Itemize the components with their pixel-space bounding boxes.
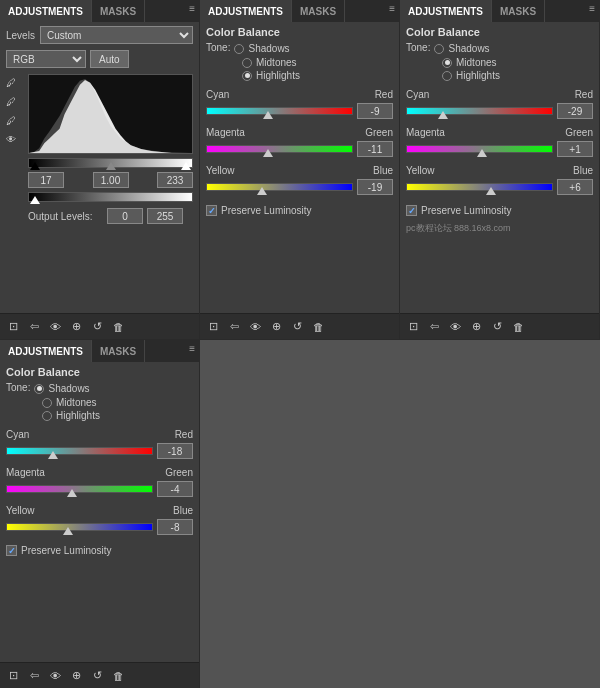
radio-midtones-bottom[interactable] bbox=[42, 398, 52, 408]
cb-right-tone-section: Tone: Shadows Midtones Highlights bbox=[400, 40, 599, 87]
radio-midtones-mid[interactable] bbox=[242, 58, 252, 68]
visibility-icon[interactable]: 👁 bbox=[46, 318, 64, 336]
radio-shadows-right[interactable] bbox=[434, 44, 444, 54]
yellow-blue-thumb-mid[interactable] bbox=[257, 187, 267, 195]
tone-row-midtones-right: Midtones bbox=[442, 57, 593, 68]
radio-label-shadows-right: Shadows bbox=[448, 43, 489, 54]
cb-bottom-preserve-lum: ✓ Preserve Luminosity bbox=[0, 541, 199, 560]
tab-adjustments-cb-bottom[interactable]: ADJUSTMENTS bbox=[0, 340, 92, 362]
radio-highlights-bottom[interactable] bbox=[42, 411, 52, 421]
black-point-slider[interactable] bbox=[30, 162, 40, 170]
tab-adjustments-cb-mid[interactable]: ADJUSTMENTS bbox=[200, 0, 292, 22]
yellow-blue-value-bottom[interactable] bbox=[157, 519, 193, 535]
magenta-green-thumb-bottom[interactable] bbox=[67, 489, 77, 497]
preserve-lum-checkbox-right[interactable]: ✓ bbox=[406, 205, 417, 216]
green-label-bottom: Green bbox=[165, 467, 193, 478]
cyan-red-value-right[interactable] bbox=[557, 103, 593, 119]
tab-masks-cb-mid[interactable]: MASKS bbox=[292, 0, 345, 22]
tab-masks-levels[interactable]: MASKS bbox=[92, 0, 145, 22]
delete-icon[interactable]: 🗑 bbox=[109, 318, 127, 336]
refresh-icon[interactable]: ↺ bbox=[88, 318, 106, 336]
prev-icon-mid[interactable]: ⇦ bbox=[225, 318, 243, 336]
delete-icon-right[interactable]: 🗑 bbox=[509, 318, 527, 336]
auto-button[interactable]: Auto bbox=[90, 50, 129, 68]
yellow-blue-value-right[interactable] bbox=[557, 179, 593, 195]
cb-bottom-cyan-red-slider[interactable] bbox=[6, 441, 193, 461]
tab-masks-cb-bottom[interactable]: MASKS bbox=[92, 340, 145, 362]
clip-to-layer-icon[interactable]: ⊡ bbox=[4, 318, 22, 336]
cb-mid-yellow-blue-slider[interactable] bbox=[206, 177, 393, 197]
eye-icon-mid[interactable]: 👁 bbox=[246, 318, 264, 336]
output-black-field[interactable] bbox=[107, 208, 143, 224]
cb-mid-magenta-green-slider[interactable] bbox=[206, 139, 393, 159]
delete-icon-mid[interactable]: 🗑 bbox=[309, 318, 327, 336]
yellow-blue-thumb-right[interactable] bbox=[486, 187, 496, 195]
magenta-green-thumb-right[interactable] bbox=[477, 149, 487, 157]
cyan-red-thumb-right[interactable] bbox=[438, 111, 448, 119]
preserve-lum-checkbox-bottom[interactable]: ✓ bbox=[6, 545, 17, 556]
output-left-slider[interactable] bbox=[30, 196, 40, 204]
eye-icon[interactable]: 👁 bbox=[3, 131, 19, 147]
cb-right-cyan-red-slider[interactable] bbox=[406, 101, 593, 121]
eyedropper-black-icon[interactable]: 🖊 bbox=[3, 74, 19, 90]
refresh-icon-right[interactable]: ↺ bbox=[488, 318, 506, 336]
cb-bottom-yellow-blue-slider[interactable] bbox=[6, 517, 193, 537]
input-black-field[interactable] bbox=[28, 172, 64, 188]
panel-menu-icon-cb-bottom[interactable]: ≡ bbox=[189, 343, 195, 354]
refresh-icon-mid[interactable]: ↺ bbox=[288, 318, 306, 336]
prev-state-icon[interactable]: ⇦ bbox=[25, 318, 43, 336]
input-white-field[interactable] bbox=[157, 172, 193, 188]
tone-label-right: Tone: bbox=[406, 42, 430, 53]
levels-dropdown[interactable]: Custom bbox=[40, 26, 193, 44]
clip-icon-mid[interactable]: ⊡ bbox=[204, 318, 222, 336]
panel-menu-icon-cb-mid[interactable]: ≡ bbox=[389, 3, 395, 14]
white-point-slider[interactable] bbox=[181, 162, 191, 170]
eyedropper-white-icon[interactable]: 🖊 bbox=[3, 112, 19, 128]
cyan-red-value-mid[interactable] bbox=[357, 103, 393, 119]
magenta-green-value-right[interactable] bbox=[557, 141, 593, 157]
panel-menu-icon-levels[interactable]: ≡ bbox=[189, 3, 195, 14]
cyan-red-thumb-bottom[interactable] bbox=[48, 451, 58, 459]
cb-right-yellow-blue-slider[interactable] bbox=[406, 177, 593, 197]
color-balance-panel-bottom: ADJUSTMENTS MASKS ≡ Color Balance Tone: … bbox=[0, 340, 200, 688]
preserve-lum-checkbox-mid[interactable]: ✓ bbox=[206, 205, 217, 216]
magenta-green-thumb-mid[interactable] bbox=[263, 149, 273, 157]
tab-adjustments-levels[interactable]: ADJUSTMENTS bbox=[0, 0, 92, 22]
prev-icon-right[interactable]: ⇦ bbox=[425, 318, 443, 336]
eye-icon-right[interactable]: 👁 bbox=[446, 318, 464, 336]
magenta-green-value-mid[interactable] bbox=[357, 141, 393, 157]
radio-highlights-mid[interactable] bbox=[242, 71, 252, 81]
output-white-field[interactable] bbox=[147, 208, 183, 224]
yellow-blue-thumb-bottom[interactable] bbox=[63, 527, 73, 535]
cyan-red-thumb-mid[interactable] bbox=[263, 111, 273, 119]
add-layer-icon[interactable]: ⊕ bbox=[67, 318, 85, 336]
add-icon-mid[interactable]: ⊕ bbox=[267, 318, 285, 336]
cb-mid-cyan-red-slider[interactable] bbox=[206, 101, 393, 121]
refresh-icon-bottom[interactable]: ↺ bbox=[88, 667, 106, 685]
midtone-slider[interactable] bbox=[106, 162, 116, 170]
cyan-label-bottom: Cyan bbox=[6, 429, 29, 440]
cyan-red-value-bottom[interactable] bbox=[157, 443, 193, 459]
eye-icon-bottom[interactable]: 👁 bbox=[46, 667, 64, 685]
clip-icon-bottom[interactable]: ⊡ bbox=[4, 667, 22, 685]
yellow-blue-value-mid[interactable] bbox=[357, 179, 393, 195]
prev-icon-bottom[interactable]: ⇦ bbox=[25, 667, 43, 685]
channel-dropdown[interactable]: RGB bbox=[6, 50, 86, 68]
tab-adjustments-cb-right[interactable]: ADJUSTMENTS bbox=[400, 0, 492, 22]
add-icon-bottom[interactable]: ⊕ bbox=[67, 667, 85, 685]
panel-menu-icon-cb-right[interactable]: ≡ bbox=[589, 3, 595, 14]
delete-icon-bottom[interactable]: 🗑 bbox=[109, 667, 127, 685]
cb-bottom-magenta-green-slider[interactable] bbox=[6, 479, 193, 499]
eyedropper-gray-icon[interactable]: 🖊 bbox=[3, 93, 19, 109]
radio-highlights-right[interactable] bbox=[442, 71, 452, 81]
tone-label-mid: Tone: bbox=[206, 42, 230, 53]
cb-right-magenta-green-slider[interactable] bbox=[406, 139, 593, 159]
add-icon-right[interactable]: ⊕ bbox=[467, 318, 485, 336]
radio-midtones-right[interactable] bbox=[442, 58, 452, 68]
radio-shadows-mid[interactable] bbox=[234, 44, 244, 54]
input-gamma-field[interactable] bbox=[93, 172, 129, 188]
tab-masks-cb-right[interactable]: MASKS bbox=[492, 0, 545, 22]
magenta-green-value-bottom[interactable] bbox=[157, 481, 193, 497]
radio-shadows-bottom[interactable] bbox=[34, 384, 44, 394]
clip-icon-right[interactable]: ⊡ bbox=[404, 318, 422, 336]
